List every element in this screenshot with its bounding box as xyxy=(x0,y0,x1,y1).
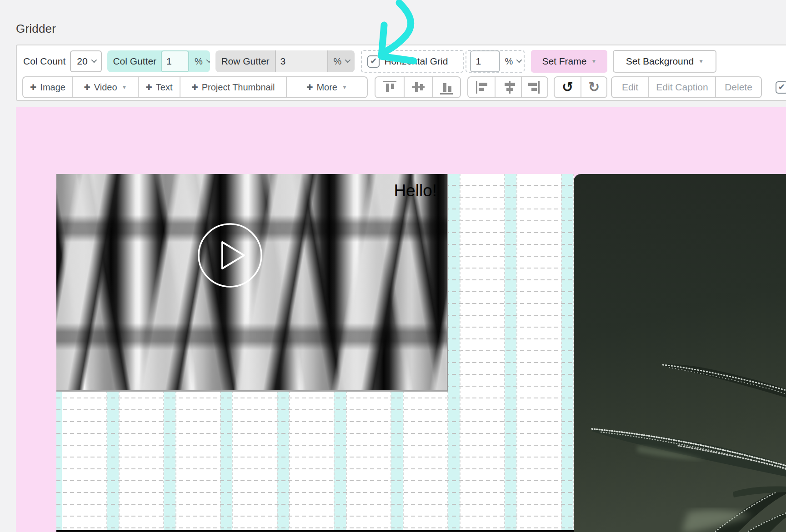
play-icon xyxy=(197,222,263,288)
horizontal-grid-unit: % xyxy=(505,56,513,67)
row-gutter-unit: % xyxy=(334,56,342,67)
align-bottom-button[interactable] xyxy=(432,77,460,97)
align-left-icon xyxy=(476,80,487,94)
rotate-ccw-icon: ↺ xyxy=(562,80,573,94)
guides-toggle: ✔ Gu xyxy=(776,81,786,94)
caret-down-icon: ▼ xyxy=(591,58,596,65)
plus-icon: ✚ xyxy=(30,83,36,92)
horizontal-grid-value-group: % xyxy=(466,50,525,73)
col-count-value: 20 xyxy=(77,56,87,67)
caret-down-icon: ▼ xyxy=(342,84,347,90)
row-gutter-input[interactable] xyxy=(280,56,323,67)
edit-caption-button[interactable]: Edit Caption xyxy=(648,77,715,97)
add-text-label: Text xyxy=(156,82,173,93)
play-button[interactable] xyxy=(197,222,263,290)
col-count-label: Col Count xyxy=(23,56,65,67)
plus-icon: ✚ xyxy=(306,83,313,92)
horizontal-grid-unit-select[interactable]: % xyxy=(500,50,522,72)
col-gutter-input[interactable] xyxy=(166,56,184,67)
col-gutter-unit: % xyxy=(195,56,203,67)
rotate-cw-icon: ↻ xyxy=(588,80,600,94)
add-content-group: ✚ Image ✚ Video ▼ ✚ Text ✚ Project Thumb… xyxy=(22,76,368,98)
align-top-button[interactable] xyxy=(375,77,404,97)
horizontal-grid-checkbox[interactable]: ✔ xyxy=(367,55,380,68)
horizontal-align-group xyxy=(467,76,548,98)
add-video-button[interactable]: ✚ Video ▼ xyxy=(72,77,138,97)
add-video-label: Video xyxy=(94,82,117,93)
row-gutter-group: Row Gutter % xyxy=(215,50,355,72)
rotate-ccw-button[interactable]: ↺ xyxy=(555,77,581,97)
align-left-button[interactable] xyxy=(468,77,495,97)
toolbar-row-actions: ✚ Image ✚ Video ▼ ✚ Text ✚ Project Thumb… xyxy=(22,76,786,98)
horizontal-grid-label: Horizontal Grid xyxy=(384,56,448,67)
page-title: Gridder xyxy=(16,22,56,36)
horizontal-grid-input-box xyxy=(470,50,500,72)
grid-area[interactable]: Hello! xyxy=(56,174,574,532)
align-center-button[interactable] xyxy=(495,77,521,97)
col-count-select[interactable]: 20 xyxy=(70,50,102,72)
align-right-button[interactable] xyxy=(521,77,547,97)
horizontal-grid-group: ✔ Horizontal Grid xyxy=(361,50,464,73)
set-background-label: Set Background xyxy=(626,56,694,67)
align-bottom-icon xyxy=(440,80,453,94)
row-gutter-label: Row Gutter xyxy=(221,56,269,67)
partial-item-edge[interactable] xyxy=(56,530,574,532)
chevron-down-icon xyxy=(516,57,522,63)
add-project-thumbnail-label: Project Thumbnail xyxy=(202,82,275,93)
canvas-frame[interactable]: Hello! xyxy=(16,107,786,532)
horizontal-grid-input[interactable] xyxy=(476,56,495,67)
video-item[interactable]: Hello! xyxy=(56,174,448,392)
add-more-label: More xyxy=(316,82,337,93)
checkmark-icon: ✔ xyxy=(370,57,377,65)
add-image-label: Image xyxy=(40,82,65,93)
image-item[interactable] xyxy=(574,174,786,532)
plus-icon: ✚ xyxy=(84,83,90,92)
row-gutter-input-box xyxy=(275,50,327,72)
chevron-down-icon xyxy=(91,57,97,63)
plus-icon: ✚ xyxy=(191,83,198,92)
add-image-button[interactable]: ✚ Image xyxy=(23,77,72,97)
rotate-cw-button[interactable]: ↻ xyxy=(581,77,606,97)
delete-button[interactable]: Delete xyxy=(715,77,761,97)
caret-down-icon: ▼ xyxy=(698,58,704,65)
item-actions-group: Edit Edit Caption Delete xyxy=(611,76,762,98)
video-caption: Hello! xyxy=(394,181,437,200)
add-text-button[interactable]: ✚ Text xyxy=(138,77,180,97)
gridder-app: Gridder Col Count 20 Col Gutter % Row Gu… xyxy=(0,0,786,532)
align-middle-button[interactable] xyxy=(404,77,432,97)
col-gutter-input-box xyxy=(161,50,189,72)
col-gutter-group: Col Gutter % xyxy=(107,50,210,72)
toolbar-row-settings: Col Count 20 Col Gutter % Row Gutter xyxy=(22,50,786,73)
chevron-down-icon xyxy=(345,57,351,63)
vertical-align-group xyxy=(375,76,461,98)
checkmark-icon: ✔ xyxy=(778,83,786,91)
align-middle-icon xyxy=(412,80,425,94)
align-top-icon xyxy=(383,80,396,94)
edit-button[interactable]: Edit xyxy=(612,77,648,97)
guides-checkbox[interactable]: ✔ xyxy=(776,81,786,94)
set-background-button[interactable]: Set Background ▼ xyxy=(613,50,716,73)
chevron-down-icon xyxy=(206,57,210,63)
plus-icon: ✚ xyxy=(146,83,152,92)
col-gutter-unit-select[interactable]: % xyxy=(189,50,210,72)
rotate-group: ↺ ↻ xyxy=(554,76,607,98)
add-more-button[interactable]: ✚ More ▼ xyxy=(286,77,367,97)
align-center-icon xyxy=(503,80,514,94)
caret-down-icon: ▼ xyxy=(122,84,127,90)
add-project-thumbnail-button[interactable]: ✚ Project Thumbnail xyxy=(180,77,286,97)
set-frame-label: Set Frame xyxy=(542,56,586,67)
toolbar: Col Count 20 Col Gutter % Row Gutter xyxy=(16,45,786,101)
row-gutter-unit-select[interactable]: % xyxy=(327,50,355,72)
plant-photo xyxy=(574,174,786,532)
align-right-icon xyxy=(529,80,540,94)
set-frame-button[interactable]: Set Frame ▼ xyxy=(531,50,607,73)
col-gutter-label: Col Gutter xyxy=(113,56,156,67)
